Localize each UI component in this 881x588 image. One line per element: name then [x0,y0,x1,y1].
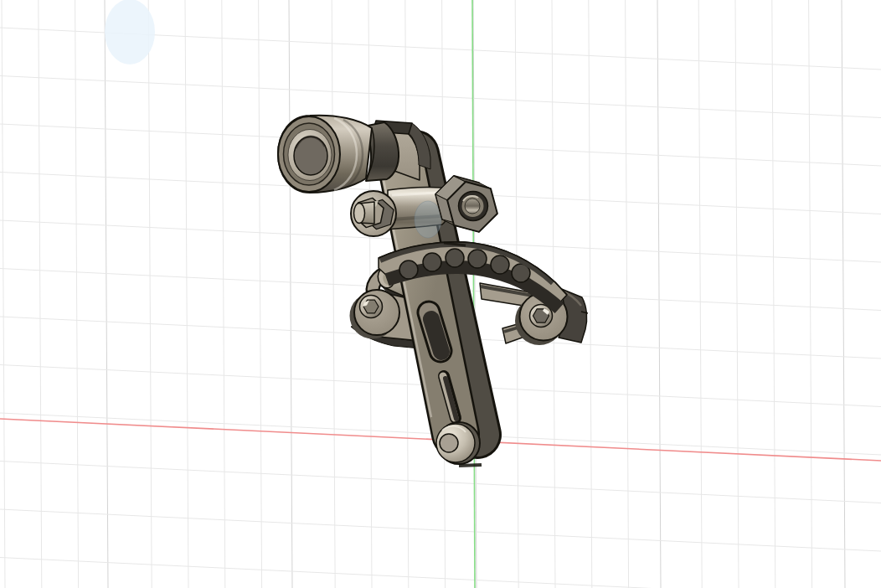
model-assembly[interactable] [278,116,588,466]
scallop-notch [468,250,487,268]
translucent-disk [415,201,441,238]
nut-bore-shaft [465,199,480,214]
grid-line [0,509,881,551]
grid-line [842,0,845,588]
oval-slot [431,319,441,352]
scallop-notch [446,249,464,267]
grid-line [332,0,335,588]
boss-shadow [459,465,482,466]
grid-line [75,0,79,588]
grid-line [626,0,629,588]
grid-line [735,0,739,588]
grid-line [0,558,881,588]
pivot-boss-tip [440,434,458,452]
grid-line [2,0,5,588]
selection-highlight-blob [105,0,155,64]
grid-line [698,0,702,588]
grid-line [222,0,225,588]
grid-line [0,462,881,503]
grid-line [289,0,292,588]
grid-line [772,0,775,588]
grid-line [105,0,108,588]
scallop-notch [491,255,509,274]
grid-line [657,0,661,588]
scallop-notch [423,253,441,271]
grid-line [589,0,592,588]
grid-line [39,0,42,588]
cad-viewport[interactable] [0,0,881,588]
scallop-notch [399,260,418,279]
viewport-canvas[interactable] [0,0,881,588]
bolt-tip-end [354,204,365,224]
grid-line [0,76,881,118]
grid-line [185,0,188,588]
grid-line [148,0,152,588]
